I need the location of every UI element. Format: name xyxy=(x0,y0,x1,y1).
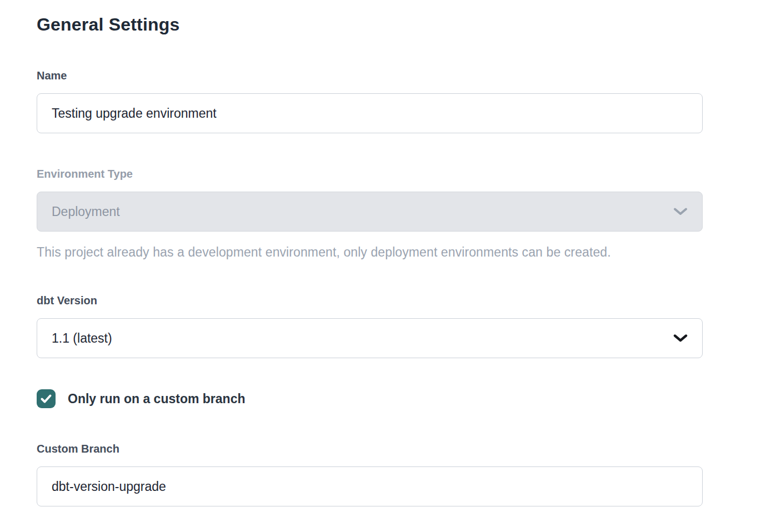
page-title: General Settings xyxy=(37,14,781,35)
custom-branch-input[interactable] xyxy=(37,466,703,506)
custom-branch-checkbox-label[interactable]: Only run on a custom branch xyxy=(68,392,245,406)
checkmark-icon xyxy=(40,394,52,404)
name-field-group: Name xyxy=(37,69,703,133)
name-input[interactable] xyxy=(37,93,703,133)
environment-type-value: Deployment xyxy=(52,204,120,219)
custom-branch-label: Custom Branch xyxy=(37,443,703,455)
chevron-down-icon xyxy=(673,334,688,343)
dbt-version-value: 1.1 (latest) xyxy=(52,331,112,346)
custom-branch-field-group: Custom Branch xyxy=(37,443,703,506)
general-settings-page: General Settings Name Environment Type D… xyxy=(0,0,781,506)
custom-branch-checkbox[interactable] xyxy=(37,389,56,408)
environment-type-label: Environment Type xyxy=(37,168,703,180)
chevron-down-icon xyxy=(673,207,688,216)
dbt-version-field-group: dbt Version 1.1 (latest) xyxy=(37,294,703,358)
environment-type-field-group: Environment Type Deployment This project… xyxy=(37,168,703,260)
custom-branch-checkbox-row: Only run on a custom branch xyxy=(37,389,703,408)
environment-type-helper-text: This project already has a development e… xyxy=(37,245,703,260)
name-label: Name xyxy=(37,69,703,82)
dbt-version-label: dbt Version xyxy=(37,294,703,307)
dbt-version-select[interactable]: 1.1 (latest) xyxy=(37,318,703,358)
environment-type-select: Deployment xyxy=(37,192,703,232)
